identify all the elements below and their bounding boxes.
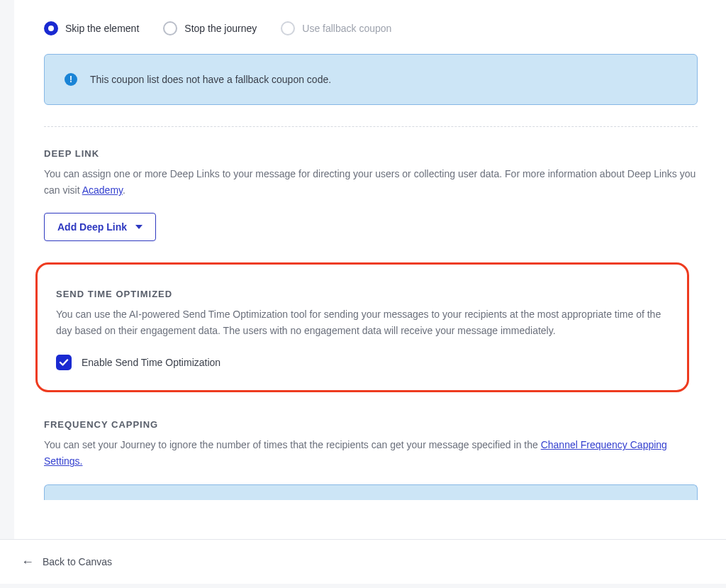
deep-link-title: DEEP LINK (44, 148, 698, 159)
deep-link-section: DEEP LINK You can assign one or more Dee… (44, 148, 698, 241)
back-to-canvas-link[interactable]: Back to Canvas (43, 556, 112, 567)
radio-skip-element[interactable]: Skip the element (44, 21, 139, 35)
radio-label: Stop the journey (184, 23, 257, 34)
alert-text: This coupon list does not have a fallbac… (90, 74, 331, 85)
deep-link-desc-suffix: . (123, 184, 125, 196)
settings-panel: Skip the element Stop the journey Use fa… (14, 0, 726, 539)
enable-send-time-checkbox[interactable] (56, 355, 72, 370)
radio-label: Skip the element (65, 23, 139, 34)
frequency-alert-peek (44, 484, 698, 500)
check-icon (59, 357, 69, 367)
send-time-optimized-highlight: SEND TIME OPTIMIZED You can use the AI-p… (35, 262, 689, 392)
enable-send-time-row: Enable Send Time Optimization (56, 355, 669, 370)
deep-link-desc-text: You can assign one or more Deep Links to… (44, 168, 696, 196)
send-time-title: SEND TIME OPTIMIZED (56, 289, 669, 299)
radio-use-fallback[interactable]: Use fallback coupon (281, 21, 391, 35)
section-divider (44, 126, 698, 127)
enable-send-time-label: Enable Send Time Optimization (82, 357, 220, 368)
info-icon: ! (65, 73, 77, 86)
add-deep-link-button[interactable]: Add Deep Link (44, 213, 156, 241)
caret-down-icon (135, 225, 143, 229)
radio-stop-journey[interactable]: Stop the journey (163, 21, 257, 35)
send-time-description: You can use the AI-powered Send Time Opt… (56, 306, 669, 339)
radio-label: Use fallback coupon (302, 23, 391, 34)
frequency-desc-text: You can set your Journey to ignore the n… (44, 439, 541, 450)
radio-unselected-icon (163, 21, 177, 35)
radio-selected-icon (44, 21, 58, 35)
frequency-title: FREQUENCY CAPPING (44, 419, 698, 430)
add-deep-link-label: Add Deep Link (57, 221, 127, 233)
fallback-coupon-alert: ! This coupon list does not have a fallb… (44, 54, 698, 105)
deep-link-description: You can assign one or more Deep Links to… (44, 166, 698, 199)
coupon-fallback-radio-group: Skip the element Stop the journey Use fa… (44, 21, 698, 35)
frequency-capping-section: FREQUENCY CAPPING You can set your Journ… (44, 419, 698, 499)
frequency-description: You can set your Journey to ignore the n… (44, 437, 698, 470)
academy-link[interactable]: Academy (82, 184, 123, 196)
footer-bar: ← Back to Canvas (0, 539, 726, 584)
arrow-left-icon: ← (21, 555, 34, 568)
radio-disabled-icon (281, 21, 295, 35)
